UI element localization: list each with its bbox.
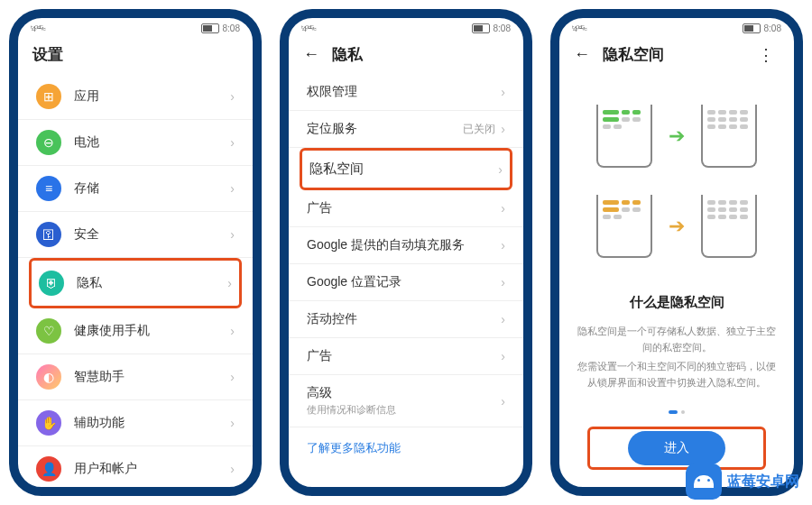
- row-sublabel: 使用情况和诊断信息: [307, 403, 495, 417]
- row-label: 隐私空间: [309, 161, 493, 178]
- row-label: 应用: [74, 88, 225, 105]
- diagram-area: ➔ ➔: [596, 105, 757, 258]
- pager-dot: [681, 410, 685, 414]
- chevron-right-icon: ›: [501, 238, 505, 252]
- row-icon: ⛨: [39, 271, 64, 296]
- chevron-right-icon: ›: [501, 85, 505, 99]
- chevron-right-icon: ›: [501, 275, 505, 289]
- status-bar: ᵗ4ᴳ ᵗ⁴ᴳ ≈ 8:08: [18, 18, 253, 35]
- intro-title: 什么是隐私空间: [630, 294, 724, 311]
- diagram-row-2: ➔: [596, 195, 757, 258]
- chevron-right-icon: ›: [230, 227, 235, 242]
- battery-icon: [201, 23, 219, 33]
- row-label: 安全: [74, 226, 225, 243]
- settings-row-3[interactable]: ⚿安全›: [18, 212, 253, 258]
- signal-icons: ᵗ4ᴳ ᵗ⁴ᴳ ≈: [301, 24, 315, 33]
- watermark-text: 蓝莓安卓网: [727, 473, 799, 491]
- chevron-right-icon: ›: [230, 181, 235, 196]
- chevron-right-icon: ›: [498, 162, 503, 177]
- settings-row-2[interactable]: ≡存储›: [18, 166, 253, 212]
- row-icon: ⊞: [36, 84, 61, 109]
- privacy-row-6[interactable]: 活动控件›: [289, 301, 523, 338]
- settings-row-5[interactable]: ♡健康使用手机›: [18, 308, 253, 354]
- privacy-row-5[interactable]: Google 位置记录›: [289, 264, 523, 301]
- privacy-row-7[interactable]: 广告›: [289, 338, 523, 375]
- page-title: 设置: [32, 44, 238, 65]
- row-icon: ◐: [36, 364, 61, 390]
- settings-row-1[interactable]: ⊖电池›: [18, 120, 253, 166]
- back-icon[interactable]: ←: [574, 45, 590, 64]
- settings-row-8[interactable]: 👤用户和帐户›: [18, 446, 253, 487]
- chevron-right-icon: ›: [501, 122, 505, 136]
- privacy-row-0[interactable]: 权限管理›: [289, 74, 523, 111]
- row-label: 辅助功能: [74, 415, 225, 431]
- mini-phone-orange: [596, 195, 652, 258]
- clock: 8:08: [223, 23, 240, 33]
- privacy-row-2[interactable]: 隐私空间›: [300, 148, 512, 190]
- phone-privacy: ᵗ4ᴳ ᵗ⁴ᴳ ≈ 8:08 ← 隐私 权限管理›定位服务已关闭›隐私空间›广告…: [280, 9, 532, 496]
- row-icon: ≡: [36, 176, 61, 201]
- watermark-icon: [686, 464, 722, 500]
- row-label: 高级: [307, 385, 495, 401]
- chevron-right-icon: ›: [230, 370, 235, 384]
- settings-row-0[interactable]: ⊞应用›: [18, 74, 253, 120]
- row-label: 定位服务: [307, 121, 463, 137]
- privacy-list[interactable]: 权限管理›定位服务已关闭›隐私空间›广告›Google 提供的自动填充服务›Go…: [289, 74, 523, 427]
- chevron-right-icon: ›: [230, 416, 235, 430]
- chevron-right-icon: ›: [230, 89, 235, 104]
- row-icon: ⚿: [36, 222, 61, 247]
- privacy-row-3[interactable]: 广告›: [289, 190, 523, 227]
- clock: 8:08: [764, 23, 781, 33]
- row-label: 活动控件: [307, 311, 495, 327]
- signal-icons: ᵗ4ᴳ ᵗ⁴ᴳ ≈: [572, 24, 586, 33]
- battery-icon: [472, 23, 490, 33]
- status-bar: ᵗ4ᴳ ᵗ⁴ᴳ ≈ 8:08: [289, 18, 523, 35]
- row-label: 权限管理: [307, 84, 495, 100]
- arrow-icon: ➔: [669, 124, 685, 148]
- back-icon[interactable]: ←: [303, 45, 319, 64]
- chevron-right-icon: ›: [230, 462, 235, 476]
- row-label: Google 位置记录: [307, 274, 495, 290]
- status-bar: ᵗ4ᴳ ᵗ⁴ᴳ ≈ 8:08: [559, 18, 794, 35]
- intro-body: ➔ ➔: [559, 74, 794, 487]
- settings-header: 设置: [18, 35, 253, 74]
- chevron-right-icon: ›: [501, 394, 505, 409]
- row-label: 存储: [74, 180, 225, 197]
- row-icon: 👤: [36, 456, 61, 482]
- row-label: 用户和帐户: [74, 461, 225, 477]
- settings-row-7[interactable]: ✋辅助功能›: [18, 400, 253, 446]
- row-label: 隐私: [77, 275, 222, 291]
- settings-row-6[interactable]: ◐智慧助手›: [18, 354, 253, 400]
- arrow-icon: ➔: [669, 215, 685, 238]
- page-title: 隐私空间: [603, 44, 740, 65]
- row-label: Google 提供的自动填充服务: [307, 237, 495, 253]
- row-label: 智慧助手: [74, 369, 225, 385]
- privacy-screen: ← 隐私 权限管理›定位服务已关闭›隐私空间›广告›Google 提供的自动填充…: [289, 35, 523, 487]
- privacy-header: ← 隐私: [289, 35, 523, 74]
- phone-settings: ᵗ4ᴳ ᵗ⁴ᴳ ≈ 8:08 设置 ⊞应用›⊖电池›≡存储›⚿安全›⛨隐私›♡健…: [9, 9, 262, 496]
- row-label: 广告: [307, 348, 495, 364]
- settings-row-4[interactable]: ⛨隐私›: [29, 258, 242, 308]
- clock: 8:08: [494, 23, 511, 33]
- chevron-right-icon: ›: [501, 201, 505, 216]
- privacy-row-4[interactable]: Google 提供的自动填充服务›: [289, 227, 523, 264]
- chevron-right-icon: ›: [230, 324, 235, 338]
- signal-icons: ᵗ4ᴳ ᵗ⁴ᴳ ≈: [31, 24, 44, 33]
- privacy-row-1[interactable]: 定位服务已关闭›: [289, 111, 523, 148]
- more-icon[interactable]: ⋮: [752, 45, 780, 65]
- intro-desc-2: 您需设置一个和主空间不同的独立密码，以便从锁屏界面和设置中切换进入隐私空间。: [577, 359, 776, 390]
- row-value: 已关闭: [463, 122, 495, 137]
- learn-more-link[interactable]: 了解更多隐私功能: [289, 427, 523, 469]
- row-icon: ✋: [36, 410, 61, 436]
- settings-list[interactable]: ⊞应用›⊖电池›≡存储›⚿安全›⛨隐私›♡健康使用手机›◐智慧助手›✋辅助功能›…: [18, 74, 253, 487]
- phone-private-space: ᵗ4ᴳ ᵗ⁴ᴳ ≈ 8:08 ← 隐私空间 ⋮ ➔: [550, 9, 803, 496]
- chevron-right-icon: ›: [227, 276, 232, 290]
- row-label: 健康使用手机: [74, 323, 225, 339]
- privacy-row-8[interactable]: 高级使用情况和诊断信息›: [289, 375, 523, 427]
- battery-icon: [743, 23, 761, 33]
- row-label: 电池: [74, 134, 225, 151]
- mini-phone-green: [596, 105, 652, 168]
- mini-phone-target: [701, 105, 757, 168]
- row-icon: ♡: [36, 318, 61, 344]
- mini-phone-target: [701, 195, 757, 258]
